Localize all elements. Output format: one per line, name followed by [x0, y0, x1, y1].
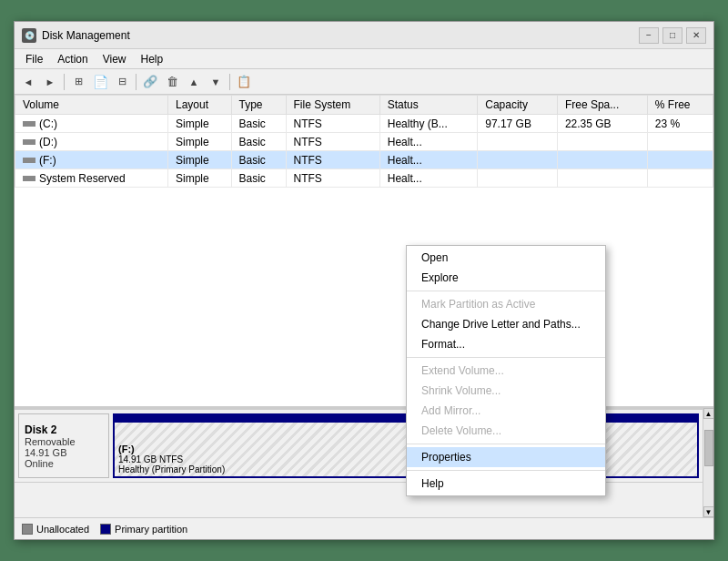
toolbar-btn-3[interactable]: ⊟	[112, 72, 132, 92]
toolbar-btn-4[interactable]: 🔗	[140, 72, 160, 92]
cell-pctfree	[647, 169, 713, 188]
toolbar-btn-7[interactable]: ▼	[206, 72, 226, 92]
title-bar-buttons: − □ ✕	[639, 27, 706, 44]
cell-freespace	[557, 133, 647, 151]
volume-table-section: Volume Layout Type File System Status Ca…	[15, 95, 713, 408]
toolbar-btn-2[interactable]: 📄	[90, 72, 110, 92]
cell-volume: (F:)	[15, 151, 168, 169]
cell-freespace	[557, 151, 647, 169]
context-menu: OpenExploreMark Partition as ActiveChang…	[406, 245, 606, 496]
context-menu-item: Shrink Volume...	[407, 381, 605, 401]
cell-freespace	[557, 169, 647, 188]
minimize-button[interactable]: −	[639, 27, 659, 44]
menu-file[interactable]: File	[18, 51, 50, 67]
context-menu-separator	[407, 444, 605, 444]
cell-type: Basic	[231, 133, 286, 151]
volume-table: Volume Layout Type File System Status Ca…	[15, 95, 713, 188]
window-icon: 💿	[22, 28, 36, 43]
table-row[interactable]: (C:) Simple Basic NTFS Healthy (B... 97.…	[15, 115, 713, 133]
menu-bar: File Action View Help	[15, 49, 713, 69]
cell-capacity	[478, 133, 558, 151]
col-header-freespace[interactable]: Free Spa...	[557, 96, 647, 115]
disk-panel-container: Disk 2 Removable 14.91 GB Online (F:) 14…	[15, 408, 713, 517]
cell-status: Healthy (B...	[379, 115, 478, 133]
legend-unallocated-label: Unallocated	[36, 524, 89, 535]
cell-layout: Simple	[167, 169, 231, 188]
menu-action[interactable]: Action	[50, 51, 95, 67]
context-menu-item: Mark Partition as Active	[407, 294, 605, 314]
context-menu-item[interactable]: Properties	[407, 447, 605, 467]
toolbar-btn-5[interactable]: 🗑	[162, 72, 182, 92]
disk-status: Online	[25, 458, 103, 469]
toolbar-btn-6[interactable]: ▲	[184, 72, 204, 92]
status-bar: Unallocated Primary partition	[15, 517, 713, 539]
cell-layout: Simple	[167, 151, 231, 169]
scroll-down-arrow[interactable]: ▼	[703, 506, 714, 517]
legend-primary-box	[100, 524, 111, 535]
vertical-scrollbar[interactable]: ▲ ▼	[703, 408, 713, 517]
context-menu-item[interactable]: Explore	[407, 268, 605, 288]
context-menu-item[interactable]: Format...	[407, 334, 605, 354]
cell-filesystem: NTFS	[286, 169, 379, 188]
cell-type: Basic	[231, 151, 286, 169]
toolbar-btn-1[interactable]: ⊞	[68, 72, 88, 92]
context-menu-item[interactable]: Help	[407, 474, 605, 494]
legend-unallocated-box	[22, 524, 33, 535]
cell-layout: Simple	[167, 115, 231, 133]
context-menu-item[interactable]: Open	[407, 248, 605, 268]
menu-help[interactable]: Help	[134, 51, 171, 67]
cell-capacity	[478, 151, 558, 169]
cell-status: Healt...	[379, 151, 478, 169]
disk-type: Removable	[25, 436, 103, 447]
cell-capacity: 97.17 GB	[478, 115, 558, 133]
table-row[interactable]: System Reserved Simple Basic NTFS Healt.…	[15, 169, 713, 188]
maximize-button[interactable]: □	[662, 27, 682, 44]
legend-unallocated: Unallocated	[22, 524, 89, 535]
col-header-layout[interactable]: Layout	[167, 96, 231, 115]
context-menu-separator	[407, 357, 605, 358]
legend-primary-label: Primary partition	[115, 524, 187, 535]
toolbar-back[interactable]: ◄	[18, 72, 38, 92]
table-row[interactable]: (D:) Simple Basic NTFS Healt...	[15, 133, 713, 151]
toolbar: ◄ ► ⊞ 📄 ⊟ 🔗 🗑 ▲ ▼ 📋	[15, 69, 713, 95]
cell-filesystem: NTFS	[286, 133, 379, 151]
col-header-capacity[interactable]: Capacity	[478, 96, 558, 115]
disk-size: 14.91 GB	[25, 447, 103, 458]
toolbar-forward[interactable]: ►	[40, 72, 60, 92]
main-content: Volume Layout Type File System Status Ca…	[15, 95, 713, 517]
cell-type: Basic	[231, 169, 286, 188]
toolbar-sep-1	[64, 74, 65, 90]
cell-capacity	[478, 169, 558, 188]
context-menu-separator	[407, 291, 605, 291]
cell-type: Basic	[231, 115, 286, 133]
cell-status: Healt...	[379, 169, 478, 188]
close-button[interactable]: ✕	[686, 27, 706, 44]
context-menu-item[interactable]: Change Drive Letter and Paths...	[407, 314, 605, 334]
context-menu-item: Delete Volume...	[407, 421, 605, 441]
disk-label: Disk 2 Removable 14.91 GB Online	[18, 413, 109, 478]
col-header-type[interactable]: Type	[231, 96, 286, 115]
col-header-volume[interactable]: Volume	[15, 96, 168, 115]
toolbar-sep-2	[136, 74, 136, 90]
main-window: 💿 Disk Management − □ ✕ File Action View…	[14, 21, 714, 540]
scrollbar-thumb[interactable]	[704, 430, 713, 466]
title-bar: 💿 Disk Management − □ ✕	[15, 22, 713, 49]
cell-volume: (D:)	[15, 133, 168, 151]
menu-view[interactable]: View	[96, 51, 134, 67]
cell-filesystem: NTFS	[286, 115, 379, 133]
col-header-filesystem[interactable]: File System	[286, 96, 379, 115]
cell-pctfree: 23 %	[647, 115, 713, 133]
window-title: Disk Management	[42, 29, 639, 42]
table-row[interactable]: (F:) Simple Basic NTFS Healt...	[15, 151, 713, 169]
cell-pctfree	[647, 151, 713, 169]
cell-freespace: 22.35 GB	[557, 115, 647, 133]
col-header-pctfree[interactable]: % Free	[647, 96, 713, 115]
legend-primary: Primary partition	[100, 524, 187, 535]
scroll-up-arrow[interactable]: ▲	[703, 408, 714, 419]
cell-filesystem: NTFS	[286, 151, 379, 169]
col-header-status[interactable]: Status	[379, 96, 478, 115]
disk-name: Disk 2	[25, 423, 103, 436]
cell-layout: Simple	[167, 133, 231, 151]
toolbar-btn-8[interactable]: 📋	[234, 72, 254, 92]
context-menu-item: Add Mirror...	[407, 401, 605, 421]
